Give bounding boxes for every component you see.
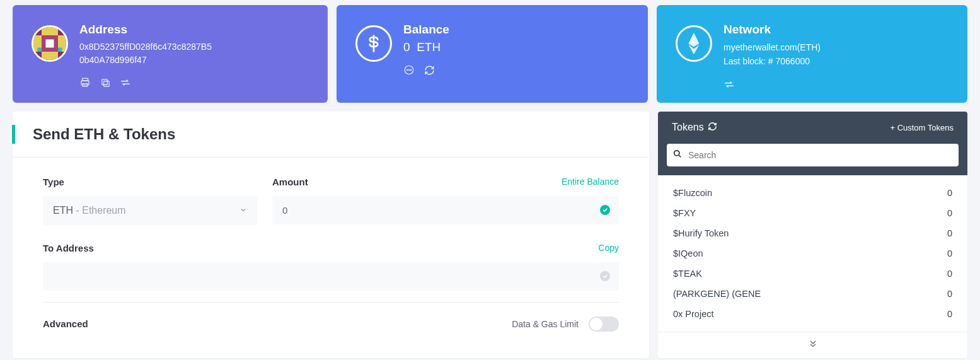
copy-link[interactable]: Copy bbox=[598, 243, 619, 253]
token-name: $TEAK bbox=[673, 269, 702, 279]
token-row[interactable]: 0x Project0 bbox=[658, 304, 967, 324]
token-name: $IQeon bbox=[673, 248, 703, 258]
token-row[interactable]: $Fluzcoin0 bbox=[658, 183, 967, 203]
chevron-down-icon bbox=[239, 205, 247, 216]
network-provider: myetherwallet.com(ETH) bbox=[723, 40, 821, 54]
address-title: Address bbox=[79, 23, 212, 37]
token-name: (PARKGENE) (GENE bbox=[673, 289, 761, 299]
search-icon bbox=[673, 149, 682, 161]
currency-symbol: ETH bbox=[53, 205, 73, 216]
network-title: Network bbox=[723, 23, 821, 37]
balance-unit: ETH bbox=[417, 40, 441, 54]
address-card: Address 0x8D52375ffD028f6c473c8287B5 0b4… bbox=[13, 5, 328, 103]
svg-rect-5 bbox=[33, 52, 42, 60]
network-lastblock: Last block: # 7066000 bbox=[723, 54, 821, 68]
token-search-input[interactable] bbox=[667, 144, 959, 166]
ethereum-icon bbox=[676, 25, 712, 62]
balance-title: Balance bbox=[403, 23, 449, 37]
currency-name: - Ethereum bbox=[73, 205, 126, 216]
advanced-toggle[interactable] bbox=[589, 316, 619, 332]
svg-point-15 bbox=[406, 69, 407, 70]
amount-input[interactable] bbox=[272, 196, 619, 224]
tokens-title: Tokens bbox=[672, 122, 704, 133]
address-identicon bbox=[32, 25, 68, 62]
svg-rect-2 bbox=[58, 27, 66, 35]
swap-network-icon[interactable] bbox=[723, 79, 735, 90]
token-row[interactable]: (PARKGENE) (GENE0 bbox=[658, 284, 967, 304]
balance-amount: 0 bbox=[403, 40, 410, 54]
svg-rect-8 bbox=[58, 48, 62, 52]
send-panel: Send ETH & Tokens Type ETH - Ethereum bbox=[13, 112, 649, 358]
dollar-icon bbox=[355, 25, 392, 62]
advanced-label: Advanced bbox=[43, 318, 88, 329]
balance-card: Balance 0 ETH bbox=[337, 5, 648, 103]
token-balance: 0 bbox=[947, 248, 952, 258]
token-list: $Fluzcoin0$FXY0$Hurify Token0$IQeon0$TEA… bbox=[658, 175, 967, 332]
entire-balance-link[interactable]: Entire Balance bbox=[562, 177, 619, 187]
svg-rect-13 bbox=[101, 79, 107, 84]
token-balance: 0 bbox=[947, 208, 952, 218]
send-title: Send ETH & Tokens bbox=[15, 112, 193, 157]
amount-label: Amount bbox=[272, 177, 308, 187]
network-card: Network myetherwallet.com(ETH) Last bloc… bbox=[657, 5, 967, 103]
svg-rect-12 bbox=[103, 81, 109, 86]
token-balance: 0 bbox=[947, 309, 952, 319]
token-name: $Fluzcoin bbox=[673, 188, 712, 198]
token-name: $FXY bbox=[673, 208, 696, 218]
token-row[interactable]: $FXY0 bbox=[658, 203, 967, 223]
token-name: $Hurify Token bbox=[673, 228, 729, 238]
svg-rect-6 bbox=[58, 52, 66, 60]
swap-icon[interactable] bbox=[120, 77, 131, 88]
svg-point-17 bbox=[410, 69, 411, 70]
address-line2: 0b40A78d996f47 bbox=[79, 54, 212, 67]
svg-rect-1 bbox=[33, 27, 42, 35]
token-row[interactable]: $TEAK0 bbox=[658, 264, 967, 284]
token-balance: 0 bbox=[947, 269, 952, 279]
data-gas-label: Data & Gas Limit bbox=[512, 319, 579, 329]
svg-rect-7 bbox=[38, 48, 42, 52]
refresh-tokens-icon[interactable] bbox=[708, 122, 717, 134]
svg-point-18 bbox=[674, 151, 679, 156]
copy-icon[interactable] bbox=[100, 77, 111, 88]
expand-tokens-button[interactable] bbox=[658, 332, 967, 358]
to-address-label: To Address bbox=[43, 243, 94, 253]
token-balance: 0 bbox=[947, 228, 952, 238]
more-icon[interactable] bbox=[403, 64, 415, 76]
refresh-icon[interactable] bbox=[424, 64, 435, 76]
check-icon-disabled bbox=[600, 271, 610, 281]
token-balance: 0 bbox=[947, 188, 952, 198]
custom-tokens-link[interactable]: + Custom Tokens bbox=[890, 123, 954, 132]
token-row[interactable]: $IQeon0 bbox=[658, 243, 967, 264]
token-balance: 0 bbox=[947, 289, 952, 299]
tokens-panel: Tokens + Custom Tokens $Fluzcoin0$FXY0$H… bbox=[658, 112, 967, 358]
print-icon[interactable] bbox=[79, 77, 91, 88]
svg-rect-4 bbox=[46, 40, 54, 48]
svg-point-16 bbox=[408, 69, 409, 70]
type-label: Type bbox=[43, 177, 64, 187]
currency-select[interactable]: ETH - Ethereum bbox=[43, 196, 257, 225]
token-row[interactable]: $Hurify Token0 bbox=[658, 223, 967, 243]
check-icon bbox=[600, 205, 610, 215]
to-address-input[interactable] bbox=[43, 262, 619, 291]
token-name: 0x Project bbox=[673, 309, 713, 319]
address-line1: 0x8D52375ffD028f6c473c8287B5 bbox=[79, 40, 212, 54]
